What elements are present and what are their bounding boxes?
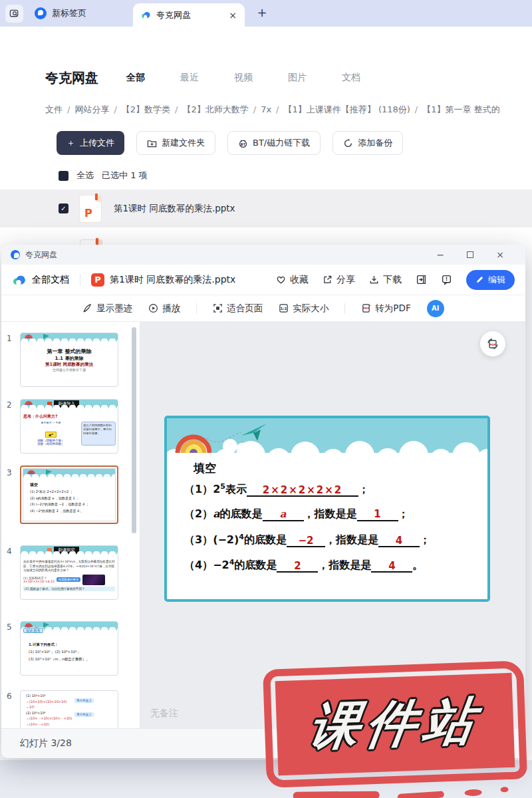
fit-page-button[interactable]: 适合页面	[213, 303, 263, 315]
maximize-button[interactable]	[467, 251, 473, 258]
thumb-number: 6	[7, 692, 12, 701]
favorite-button[interactable]: 收藏	[276, 274, 309, 286]
item-text: 的底数是	[244, 533, 287, 546]
feedback-icon[interactable]: !	[441, 274, 452, 285]
divider	[80, 274, 80, 286]
thumbnail-scrollbar[interactable]	[132, 327, 136, 533]
crumb[interactable]: 【1】第一章 整式的	[422, 104, 499, 114]
pen-icon	[475, 275, 484, 284]
crumb[interactable]: 【2】数学类	[122, 104, 170, 114]
slide-thumbnail-5[interactable]: 尝试·思考 1.计算下列各式： (1) 10²×10⁵； (2) 10⁸×10⁴…	[20, 621, 118, 676]
thumb-line: a×a×⋯×a	[21, 420, 81, 424]
convert-to-pdf-button[interactable]: PDF 转为PDF	[361, 303, 410, 315]
tab-video[interactable]: 视频	[234, 72, 253, 84]
divider	[344, 303, 345, 314]
slide-thumbnail-4[interactable]: 新课探究 光在真空中的传播速度约为3×10⁸m/s，太阳系以外最亮恒星是比邻星，…	[20, 545, 118, 600]
select-all-checkbox[interactable]	[59, 171, 68, 181]
window-title-bar[interactable]: 夸克网盘 − ×	[1, 245, 525, 265]
screen: 新标签页 夸克网盘 × + ← → 夸克网盘 全部 最近 视频 图片 文档 文件…	[0, 0, 532, 798]
save-to-drive-icon[interactable]	[416, 274, 427, 285]
crumb[interactable]: 【2】北师大数学	[182, 104, 248, 114]
new-tab-button[interactable]: +	[254, 5, 270, 19]
file-checkbox[interactable]: ✓	[59, 203, 68, 213]
answer-blank: −2	[287, 535, 325, 548]
preview-toolbar: 显示墨迹 播放 适合页面 1:1 实际大小 PDF 转为PDF AI	[1, 295, 525, 322]
all-docs-cloud-icon	[12, 275, 27, 285]
section-banner: 新课导入	[47, 400, 79, 408]
convert-pdf-icon: PDF	[486, 337, 499, 350]
actual-size-label: 实际大小	[293, 303, 329, 315]
svg-text:!: !	[446, 276, 448, 282]
convert-to-pdf-label: 转为PDF	[375, 303, 410, 315]
item-number: （1）	[184, 483, 213, 495]
tab-quark-drive[interactable]: 夸克网盘 ×	[133, 3, 245, 27]
divider	[196, 303, 197, 314]
watermark-stamp: 课件站	[263, 660, 527, 788]
pdf-icon: PDF	[361, 303, 371, 313]
answer-blank: 1	[357, 509, 398, 521]
new-folder-button[interactable]: 新建文件夹	[136, 131, 215, 155]
crumb[interactable]: 7x	[261, 104, 271, 114]
crumb-separator: /	[175, 104, 178, 114]
edit-button[interactable]: 编辑	[466, 270, 515, 290]
heart-icon	[276, 275, 286, 285]
show-ink-button[interactable]: 显示墨迹	[82, 303, 132, 315]
crumb[interactable]: 【1】上课课件【推荐】 (118份)	[283, 104, 410, 114]
sidebar-search-button[interactable]	[5, 5, 23, 23]
item-punct: ；	[358, 483, 369, 495]
fill-blank-item-3: （3）(−2)4的底数是−2，指数是是4；	[184, 533, 430, 547]
item-text: 的底数是	[234, 559, 277, 571]
browser-nav-bar: ← →	[0, 27, 532, 55]
upload-button[interactable]: ＋上传文件	[57, 131, 124, 155]
crumb[interactable]: 网站分享	[74, 104, 109, 114]
slide-thumbnail-2[interactable]: 新课导入 思考：什么叫乘方? a×a×⋯×a aⁿ 指数（因数的个数） 底数（相…	[20, 399, 118, 454]
slide-thumbnail-3-selected[interactable]: 填空 (1) 2⁵表示 2×2×2×2×2 ； (2) a的底数是 a ，指数是…	[20, 466, 118, 524]
tab-all[interactable]: 全部	[126, 72, 145, 84]
answer-text: a	[280, 508, 287, 520]
crumb-separator: /	[276, 104, 279, 114]
thumb-line: (2) 观察这个算式，与以往的计算有何不同？	[23, 587, 115, 591]
thumb-line: ＝(10×⋯×10)×(10×⋯×10)	[26, 716, 72, 722]
stamp-smudge	[500, 787, 508, 792]
close-button[interactable]: ×	[496, 249, 504, 260]
thumb-line: (2) 10⁸×10⁴	[26, 710, 72, 716]
section-banner: 新课探究	[47, 547, 79, 554]
rainbow-icon	[27, 470, 35, 474]
file-name[interactable]: 第1课时 同底数幂的乘法.pptx	[114, 203, 235, 215]
file-row[interactable]: ✓ P 第1课时 同底数幂的乘法.pptx	[0, 190, 532, 227]
breadcrumb: 文件/网站分享/【2】数学类/【2】北师大数学/7x/【1】上课课件【推荐】 (…	[45, 104, 532, 116]
minimize-button[interactable]: −	[437, 249, 445, 260]
tab-doc[interactable]: 文档	[342, 72, 360, 84]
tab-label: 新标签页	[52, 7, 86, 19]
answer-text: 4	[396, 535, 402, 547]
tab-close-icon[interactable]: ×	[229, 10, 237, 21]
tab-recent[interactable]: 最近	[180, 72, 199, 84]
all-docs-link[interactable]: 全部文档	[32, 274, 69, 286]
banner-square	[47, 548, 52, 553]
item-number: （2）	[184, 507, 213, 520]
download-button[interactable]: 下载	[369, 274, 402, 286]
tab-image[interactable]: 图片	[288, 72, 307, 84]
select-all-label[interactable]: 全选	[76, 170, 94, 182]
try-think-tag: 尝试·思考	[23, 628, 43, 633]
slide-thumbnail-6[interactable]: (1) 10²×10⁵ ＝(10×10)×(10×10×10) ＝10⁷ (2)…	[20, 690, 118, 728]
window-controls: − ×	[437, 249, 516, 260]
ai-assistant-button[interactable]: AI	[427, 300, 444, 317]
add-backup-button[interactable]: 添加备份	[332, 131, 403, 155]
paper-plane-icon	[43, 334, 49, 339]
tab-new-page[interactable]: 新标签页	[35, 0, 86, 27]
bt-magnet-download-button[interactable]: BT BT/磁力链下载	[227, 131, 321, 155]
quark-browser-icon	[35, 7, 47, 19]
floating-convert-pdf-button[interactable]: PDF	[480, 331, 505, 356]
actual-size-button[interactable]: 1:1 实际大小	[279, 303, 329, 315]
item-punct: 。	[412, 559, 423, 571]
ink-pen-icon	[82, 303, 92, 313]
crumb[interactable]: 文件	[45, 104, 63, 114]
thumb-number: 4	[7, 547, 12, 556]
item-text: ，指数是是	[325, 533, 378, 546]
slide-thumbnail-1[interactable]: 第一章 整式的乘除 1.1 幂的乘除 第1课时 同底数幂的乘法 北师版七年级数学…	[20, 332, 118, 387]
share-button[interactable]: 分享	[323, 274, 355, 286]
play-button[interactable]: 播放	[148, 303, 180, 315]
slide-title: 填空	[194, 461, 216, 476]
window-title: 夸克网盘	[25, 249, 57, 261]
